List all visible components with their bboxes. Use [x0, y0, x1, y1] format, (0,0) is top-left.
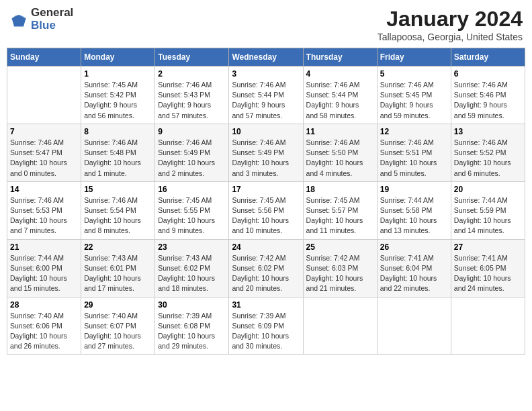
day-number: 14 — [10, 185, 78, 194]
day-cell: 17Sunrise: 7:45 AM Sunset: 5:56 PM Dayli… — [229, 181, 303, 239]
day-info: Sunrise: 7:44 AM Sunset: 5:59 PM Dayligh… — [454, 195, 522, 236]
day-cell: 30Sunrise: 7:39 AM Sunset: 6:08 PM Dayli… — [155, 297, 229, 355]
col-header-tuesday: Tuesday — [155, 48, 229, 66]
logo-text: General Blue — [31, 7, 73, 32]
day-number: 7 — [10, 127, 78, 136]
day-cell — [377, 297, 451, 355]
day-info: Sunrise: 7:39 AM Sunset: 6:08 PM Dayligh… — [158, 311, 226, 352]
day-cell: 29Sunrise: 7:40 AM Sunset: 6:07 PM Dayli… — [81, 297, 155, 355]
day-info: Sunrise: 7:43 AM Sunset: 6:02 PM Dayligh… — [158, 253, 226, 294]
day-number: 18 — [306, 185, 374, 194]
day-number: 26 — [380, 242, 448, 252]
day-info: Sunrise: 7:45 AM Sunset: 5:57 PM Dayligh… — [306, 195, 374, 236]
day-cell: 20Sunrise: 7:44 AM Sunset: 5:59 PM Dayli… — [451, 181, 525, 239]
logo: General Blue — [9, 7, 73, 32]
day-cell: 3Sunrise: 7:46 AM Sunset: 5:44 PM Daylig… — [229, 66, 303, 124]
day-cell: 15Sunrise: 7:46 AM Sunset: 5:54 PM Dayli… — [81, 181, 155, 239]
day-number: 13 — [454, 127, 522, 136]
day-number: 12 — [380, 127, 448, 136]
day-number: 15 — [84, 185, 152, 194]
day-cell: 25Sunrise: 7:42 AM Sunset: 6:03 PM Dayli… — [303, 239, 377, 297]
svg-marker-0 — [12, 15, 26, 27]
day-number: 30 — [158, 300, 226, 310]
day-info: Sunrise: 7:46 AM Sunset: 5:44 PM Dayligh… — [232, 80, 300, 121]
title-block: January 2024 Tallapoosa, Georgia, United… — [378, 7, 523, 42]
day-info: Sunrise: 7:43 AM Sunset: 6:01 PM Dayligh… — [84, 253, 152, 294]
day-cell: 10Sunrise: 7:46 AM Sunset: 5:49 PM Dayli… — [229, 124, 303, 181]
day-cell: 27Sunrise: 7:41 AM Sunset: 6:05 PM Dayli… — [451, 239, 525, 297]
day-info: Sunrise: 7:44 AM Sunset: 5:58 PM Dayligh… — [380, 195, 448, 236]
day-cell: 8Sunrise: 7:46 AM Sunset: 5:48 PM Daylig… — [81, 124, 155, 181]
day-number: 16 — [158, 185, 226, 194]
day-number: 25 — [306, 242, 374, 252]
day-info: Sunrise: 7:46 AM Sunset: 5:51 PM Dayligh… — [380, 138, 448, 179]
day-info: Sunrise: 7:46 AM Sunset: 5:54 PM Dayligh… — [84, 195, 152, 236]
day-cell: 14Sunrise: 7:46 AM Sunset: 5:53 PM Dayli… — [7, 181, 81, 239]
day-info: Sunrise: 7:40 AM Sunset: 6:06 PM Dayligh… — [10, 311, 78, 352]
day-number: 2 — [158, 69, 226, 79]
day-cell: 12Sunrise: 7:46 AM Sunset: 5:51 PM Dayli… — [377, 124, 451, 181]
day-number: 20 — [454, 185, 522, 194]
col-header-wednesday: Wednesday — [229, 48, 303, 66]
day-number: 11 — [306, 127, 374, 136]
day-info: Sunrise: 7:44 AM Sunset: 6:00 PM Dayligh… — [10, 253, 78, 294]
day-cell — [451, 297, 525, 355]
logo-general-text: General — [31, 7, 73, 19]
col-header-thursday: Thursday — [303, 48, 377, 66]
day-cell: 4Sunrise: 7:46 AM Sunset: 5:44 PM Daylig… — [303, 66, 377, 124]
day-info: Sunrise: 7:46 AM Sunset: 5:50 PM Dayligh… — [306, 138, 374, 179]
day-cell: 9Sunrise: 7:46 AM Sunset: 5:49 PM Daylig… — [155, 124, 229, 181]
day-cell: 18Sunrise: 7:45 AM Sunset: 5:57 PM Dayli… — [303, 181, 377, 239]
day-number: 21 — [10, 242, 78, 252]
day-cell: 22Sunrise: 7:43 AM Sunset: 6:01 PM Dayli… — [81, 239, 155, 297]
day-cell: 23Sunrise: 7:43 AM Sunset: 6:02 PM Dayli… — [155, 239, 229, 297]
day-info: Sunrise: 7:45 AM Sunset: 5:55 PM Dayligh… — [158, 195, 226, 236]
day-info: Sunrise: 7:41 AM Sunset: 6:04 PM Dayligh… — [380, 253, 448, 294]
day-cell: 5Sunrise: 7:46 AM Sunset: 5:45 PM Daylig… — [377, 66, 451, 124]
day-number: 9 — [158, 127, 226, 136]
day-number: 22 — [84, 242, 152, 252]
week-row-4: 21Sunrise: 7:44 AM Sunset: 6:00 PM Dayli… — [7, 239, 525, 297]
day-cell — [7, 66, 81, 124]
day-number: 29 — [84, 300, 152, 310]
calendar-table: SundayMondayTuesdayWednesdayThursdayFrid… — [7, 48, 525, 355]
week-row-3: 14Sunrise: 7:46 AM Sunset: 5:53 PM Dayli… — [7, 181, 525, 239]
day-number: 19 — [380, 185, 448, 194]
location-subtitle: Tallapoosa, Georgia, United States — [378, 32, 523, 42]
day-info: Sunrise: 7:45 AM Sunset: 5:42 PM Dayligh… — [84, 80, 152, 121]
week-row-1: 1Sunrise: 7:45 AM Sunset: 5:42 PM Daylig… — [7, 66, 525, 124]
day-info: Sunrise: 7:46 AM Sunset: 5:43 PM Dayligh… — [158, 80, 226, 121]
day-info: Sunrise: 7:46 AM Sunset: 5:44 PM Dayligh… — [306, 80, 374, 121]
day-cell: 7Sunrise: 7:46 AM Sunset: 5:47 PM Daylig… — [7, 124, 81, 181]
col-header-sunday: Sunday — [7, 48, 81, 66]
week-row-5: 28Sunrise: 7:40 AM Sunset: 6:06 PM Dayli… — [7, 297, 525, 355]
col-header-saturday: Saturday — [451, 48, 525, 66]
day-info: Sunrise: 7:42 AM Sunset: 6:02 PM Dayligh… — [232, 253, 300, 294]
day-cell: 6Sunrise: 7:46 AM Sunset: 5:46 PM Daylig… — [451, 66, 525, 124]
day-cell: 2Sunrise: 7:46 AM Sunset: 5:43 PM Daylig… — [155, 66, 229, 124]
day-info: Sunrise: 7:42 AM Sunset: 6:03 PM Dayligh… — [306, 253, 374, 294]
month-year-title: January 2024 — [378, 7, 523, 32]
day-cell: 1Sunrise: 7:45 AM Sunset: 5:42 PM Daylig… — [81, 66, 155, 124]
day-number: 17 — [232, 185, 300, 194]
day-cell: 26Sunrise: 7:41 AM Sunset: 6:04 PM Dayli… — [377, 239, 451, 297]
day-number: 4 — [306, 69, 374, 79]
day-number: 8 — [84, 127, 152, 136]
day-cell — [303, 297, 377, 355]
day-info: Sunrise: 7:39 AM Sunset: 6:09 PM Dayligh… — [232, 311, 300, 352]
day-info: Sunrise: 7:40 AM Sunset: 6:07 PM Dayligh… — [84, 311, 152, 352]
logo-blue-text: Blue — [31, 19, 73, 32]
day-info: Sunrise: 7:46 AM Sunset: 5:48 PM Dayligh… — [84, 138, 152, 179]
day-cell: 13Sunrise: 7:46 AM Sunset: 5:52 PM Dayli… — [451, 124, 525, 181]
day-info: Sunrise: 7:46 AM Sunset: 5:49 PM Dayligh… — [232, 138, 300, 179]
day-info: Sunrise: 7:46 AM Sunset: 5:49 PM Dayligh… — [158, 138, 226, 179]
days-header-row: SundayMondayTuesdayWednesdayThursdayFrid… — [7, 48, 525, 66]
day-number: 27 — [454, 242, 522, 252]
day-info: Sunrise: 7:46 AM Sunset: 5:52 PM Dayligh… — [454, 138, 522, 179]
day-number: 3 — [232, 69, 300, 79]
col-header-monday: Monday — [81, 48, 155, 66]
day-number: 10 — [232, 127, 300, 136]
day-number: 31 — [232, 300, 300, 310]
day-number: 1 — [84, 69, 152, 79]
day-cell: 21Sunrise: 7:44 AM Sunset: 6:00 PM Dayli… — [7, 239, 81, 297]
